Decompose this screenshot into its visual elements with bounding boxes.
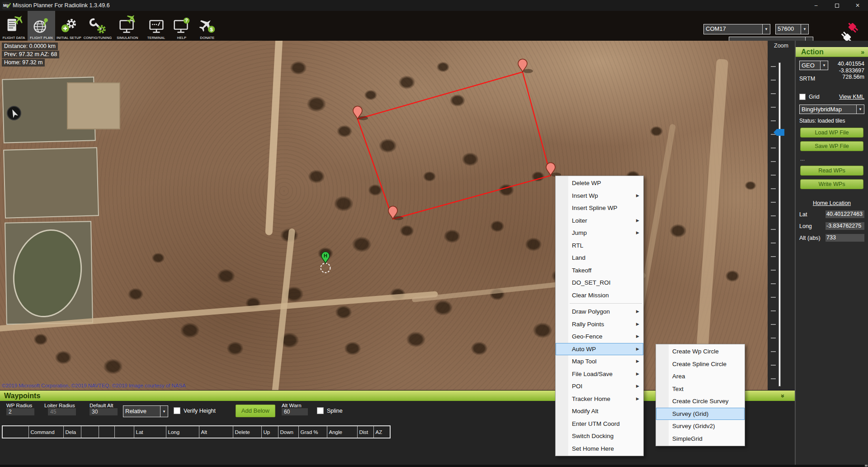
resize-grip[interactable] xyxy=(865,465,868,467)
context-menu-item-file-load-save[interactable]: File Load/Save▶ xyxy=(556,368,643,381)
chevron-down-icon[interactable]: ▼ xyxy=(160,406,168,417)
wp-column-command: Command xyxy=(28,426,63,438)
submenu-arrow-icon: ▶ xyxy=(636,214,639,227)
load-wp-file-button[interactable]: Load WP File xyxy=(800,128,863,138)
chevron-down-icon[interactable]: ▼ xyxy=(856,105,864,114)
tab-terminal[interactable]: TERMINAL xyxy=(142,11,170,41)
context-menu-item-insert-wp[interactable]: Insert Wp▶ xyxy=(556,190,643,202)
close-button[interactable]: ✕ xyxy=(847,0,868,11)
context-menu-item-map-tool[interactable]: Map Tool▶ xyxy=(556,355,643,368)
chevron-down-icon[interactable]: ▼ xyxy=(801,24,808,34)
compass-icon[interactable] xyxy=(7,106,21,120)
add-below-button[interactable]: Add Below xyxy=(236,405,275,417)
flight-data-icon xyxy=(4,15,24,35)
cursor-alt: 728.56m xyxy=(828,74,864,81)
auto-wp-submenu: Create Wp CircleCreate Spline CircleArea… xyxy=(656,344,745,446)
com-port-select[interactable]: COM17 ▼ xyxy=(703,24,770,34)
verify-height-checkbox[interactable] xyxy=(174,407,180,414)
submenu-arrow-icon: ▶ xyxy=(636,380,639,393)
tab-flight-data[interactable]: FLIGHT DATA xyxy=(0,11,28,41)
submenu-item-create-wp-circle[interactable]: Create Wp Circle xyxy=(656,345,745,358)
tab-help[interactable]: ? HELP xyxy=(170,11,193,41)
alt-frame-select[interactable]: Relative ▼ xyxy=(123,405,168,417)
collapse-chevron-icon[interactable]: » xyxy=(861,48,864,56)
context-menu-item-land[interactable]: Land xyxy=(556,252,643,264)
home-alt-field[interactable]: 733 xyxy=(826,234,864,242)
submenu-item-create-circle-survey[interactable]: Create Circle Survey xyxy=(656,395,745,408)
alt-warn-field[interactable]: 60 xyxy=(282,408,308,415)
chevron-down-icon[interactable]: ▼ xyxy=(762,24,770,34)
tab-initial-setup[interactable]: INITIAL SETUP xyxy=(55,11,83,41)
context-menu-item-takeoff[interactable]: Takeoff xyxy=(556,264,643,277)
context-menu-item-geo-fence[interactable]: Geo-Fence▶ xyxy=(556,330,643,343)
tab-simulation[interactable]: SIMULATION xyxy=(113,11,142,41)
context-menu-item-switch-docking[interactable]: Switch Docking xyxy=(556,430,643,443)
context-menu-item-clear-mission[interactable]: Clear Mission xyxy=(556,289,643,302)
spline-label: Spline xyxy=(327,408,343,414)
coord-format-select[interactable]: GEO ▼ xyxy=(799,61,828,70)
context-menu-item-poi[interactable]: POI▶ xyxy=(556,380,643,393)
context-menu-item-delete-wp[interactable]: Delete WP xyxy=(556,177,643,190)
loiter-radius-label: Loiter Radius xyxy=(44,403,90,408)
wp-radius-field[interactable]: 2 xyxy=(6,408,34,415)
save-wp-file-button[interactable]: Save WP File xyxy=(800,141,863,151)
default-alt-field[interactable]: 30 xyxy=(90,408,118,415)
waypoint-pin-shadows xyxy=(358,69,561,220)
map-provider-select[interactable]: BingHybridMap ▼ xyxy=(799,105,864,114)
context-menu-item-rtl[interactable]: RTL xyxy=(556,239,643,252)
srtm-label: SRTM xyxy=(799,76,828,82)
tab-flight-plan[interactable]: FLIGHT PLAN xyxy=(28,11,55,41)
tab-donate[interactable]: $ DONATE xyxy=(193,11,221,41)
action-panel-header[interactable]: Action » xyxy=(796,47,868,57)
menu-separator xyxy=(570,303,642,304)
context-menu-item-set-home-here[interactable]: Set Home Here xyxy=(556,443,643,455)
main-toolbar: FLIGHT DATA FLIGHT PLAN xyxy=(0,11,868,41)
chevron-down-icon[interactable]: ▼ xyxy=(820,61,828,70)
mission-overlay: H xyxy=(0,41,768,390)
menu-item-label: Area xyxy=(672,373,685,380)
context-menu-item-insert-spline-wp[interactable]: Insert Spline WP xyxy=(556,202,643,214)
context-menu-item-enter-utm-coord[interactable]: Enter UTM Coord xyxy=(556,418,643,430)
maximize-button[interactable] xyxy=(826,0,847,11)
baud-rate-select[interactable]: 57600 ▼ xyxy=(775,24,809,34)
home-marker[interactable]: H xyxy=(321,252,330,263)
home-lat-field[interactable]: 40.401227463 xyxy=(826,210,864,218)
submenu-item-text[interactable]: Text xyxy=(656,383,745,396)
maximize-icon xyxy=(835,4,839,8)
survey-polygon[interactable] xyxy=(358,72,551,219)
context-menu-item-jump[interactable]: Jump▶ xyxy=(556,227,643,239)
cursor-coordinates: 40.401554 -3.833697 728.56m xyxy=(828,61,864,82)
svg-text:$: $ xyxy=(210,27,213,32)
submenu-item-create-spline-circle[interactable]: Create Spline Circle xyxy=(656,358,745,371)
home-long-field[interactable]: -3.834762275 xyxy=(826,222,864,230)
wp-column-blank-0 xyxy=(2,426,28,438)
minimize-button[interactable]: – xyxy=(806,0,826,11)
map-canvas[interactable]: H Distance: 0.0000 km Prev: 97.32 m AZ: … xyxy=(0,41,768,390)
read-wps-button[interactable]: Read WPs xyxy=(800,166,863,176)
loiter-radius-field[interactable]: 45 xyxy=(48,408,76,415)
grid-checkbox[interactable] xyxy=(799,94,806,100)
context-menu-item-loiter[interactable]: Loiter▶ xyxy=(556,214,643,227)
write-wps-button[interactable]: Write WPs xyxy=(800,179,863,189)
context-menu-item-tracker-home[interactable]: Tracker Home▶ xyxy=(556,393,643,405)
view-kml-link[interactable]: View KML xyxy=(839,94,864,100)
submenu-item-survey-grid[interactable]: Survey (Grid) xyxy=(656,408,745,420)
cursor-lat: 40.401554 xyxy=(828,61,864,67)
submenu-item-simplegrid[interactable]: SimpleGrid xyxy=(656,433,745,445)
zoom-label: Zoom xyxy=(768,43,795,49)
context-menu-item-modify-alt[interactable]: Modify Alt xyxy=(556,405,643,418)
menu-item-label: Create Spline Circle xyxy=(672,361,726,367)
menu-item-label: RTL xyxy=(572,242,583,249)
context-menu-item-draw-polygon[interactable]: Draw Polygon▶ xyxy=(556,305,643,318)
spline-checkbox[interactable] xyxy=(317,407,324,414)
zoom-slider-track[interactable] xyxy=(778,62,781,386)
collapse-chevron-icon[interactable]: » xyxy=(779,394,787,398)
submenu-item-area[interactable]: Area xyxy=(656,370,745,383)
wp-column-lat: Lat xyxy=(134,426,166,438)
context-menu-item-auto-wp[interactable]: Auto WP▶ xyxy=(556,343,643,356)
tab-config-tuning[interactable]: CONFIG/TUNING xyxy=(83,11,113,41)
submenu-item-survey-gridv2[interactable]: Survey (Gridv2) xyxy=(656,420,745,433)
context-menu-item-do-set-roi[interactable]: DO_SET_ROI xyxy=(556,276,643,289)
context-menu-item-rally-points[interactable]: Rally Points▶ xyxy=(556,318,643,331)
menu-item-label: Clear Mission xyxy=(572,292,609,299)
